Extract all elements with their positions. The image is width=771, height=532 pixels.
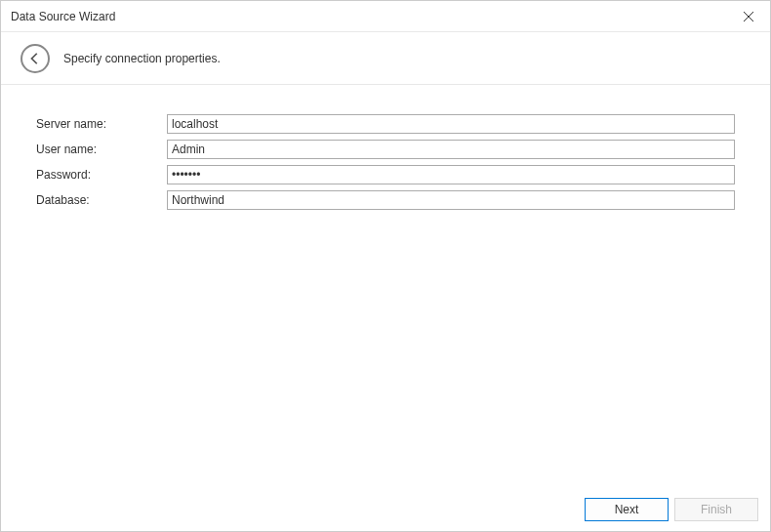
user-label: User name: (36, 143, 167, 156)
next-button[interactable]: Next (585, 498, 669, 521)
form-row-database: Database: (36, 190, 735, 210)
subheader-text: Specify connection properties. (63, 52, 221, 65)
footer: Next Finish (1, 488, 770, 531)
window-title: Data Source Wizard (11, 10, 115, 23)
close-icon (744, 12, 753, 21)
finish-button: Finish (674, 498, 758, 521)
server-input[interactable] (167, 114, 735, 134)
form-row-password: Password: (36, 165, 735, 184)
server-label: Server name: (36, 117, 167, 131)
back-button[interactable] (20, 44, 50, 73)
form-row-user: User name: (36, 140, 735, 159)
subheader: Specify connection properties. (1, 32, 770, 85)
password-label: Password: (36, 168, 167, 182)
close-button[interactable] (727, 1, 770, 32)
titlebar: Data Source Wizard (1, 1, 770, 32)
database-label: Database: (36, 193, 167, 207)
form-content: Server name: User name: Password: Databa… (1, 85, 770, 210)
arrow-left-icon (28, 52, 42, 65)
user-input[interactable] (167, 140, 735, 159)
form-row-server: Server name: (36, 114, 735, 134)
database-input[interactable] (167, 190, 735, 210)
password-input[interactable] (167, 165, 735, 184)
